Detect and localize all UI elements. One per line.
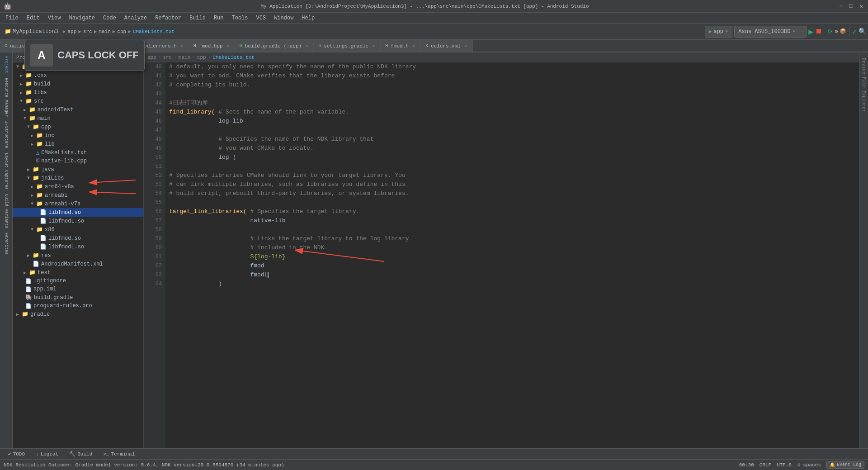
tab-build-gradle[interactable]: Gbuild.gradle (:app)✕ xyxy=(235,40,314,52)
tree-item-cpp[interactable]: ▼ 📁 cpp xyxy=(13,123,143,131)
code-token: find_library( xyxy=(169,108,215,117)
indent-settings[interactable]: 4 spaces xyxy=(797,462,821,468)
tree-item-src[interactable]: ▼ 📁 src xyxy=(13,97,143,105)
minimize-button[interactable]: ─ xyxy=(838,3,844,9)
status-message: NDK Resolution Outcome: Gradle model ver… xyxy=(4,462,284,468)
tree-item-appiml[interactable]: ▶ 📄 app.iml xyxy=(13,285,143,293)
sidebar-item-captures[interactable]: Layout Captures xyxy=(1,151,12,191)
tree-item-gradle[interactable]: ▶ 📁 gradle xyxy=(13,310,143,318)
cursor-position[interactable]: 60:30 xyxy=(739,462,754,468)
androidmanifest-label: AndroidManifest.xml xyxy=(41,261,103,267)
encoding[interactable]: UTF-8 xyxy=(777,462,792,468)
sidebar-item-resource-manager[interactable]: Resource Manager xyxy=(1,76,12,119)
tab-fmod-h[interactable]: Hfmod.h✕ xyxy=(381,40,421,52)
search-icon[interactable]: 🔍 xyxy=(859,28,866,35)
main-folder-icon: 📁 xyxy=(29,115,36,122)
tree-item-armeabi[interactable]: ▶ 📁 armeabi xyxy=(13,191,143,199)
tree-item-java[interactable]: ▶ 📁 java xyxy=(13,165,143,174)
tree-item-libfmod-so[interactable]: ▶ 📄 libfmod.so xyxy=(13,208,143,217)
menu-item-view[interactable]: View xyxy=(44,14,65,22)
menu-item-run[interactable]: Run xyxy=(210,14,227,22)
sidebar-item-structure[interactable]: Z-Structure xyxy=(1,119,12,150)
menu-item-build[interactable]: Build xyxy=(186,14,209,22)
tree-item-arm64[interactable]: ▶ 📁 arm64-v8a xyxy=(13,182,143,191)
tree-item-libs[interactable]: ▶ 📁 libs xyxy=(13,88,143,97)
code-content[interactable]: # default, you only need to specify the … xyxy=(165,62,859,448)
cpp-folder-icon: 📁 xyxy=(33,123,39,130)
tree-item-cmakelists[interactable]: ▶ △ CMakeLists.txt xyxy=(13,148,143,157)
tab-build[interactable]: 🔨 Build xyxy=(65,450,97,458)
line-number-43: 43 xyxy=(147,90,162,99)
sidebar-item-build-variants[interactable]: Build Variants xyxy=(1,192,12,230)
menu-item-code[interactable]: Code xyxy=(99,14,120,22)
gitignore-label: .gitignore xyxy=(33,278,66,284)
tree-item-inc[interactable]: ▶ 📁 inc xyxy=(13,131,143,140)
stop-button[interactable]: ⏹ xyxy=(815,27,822,36)
tree-item-androidtest[interactable]: ▶ 📁 androidTest xyxy=(13,105,143,114)
tree-item-nativelib[interactable]: ▶ © native-lib.cpp xyxy=(13,157,143,165)
device-selector[interactable]: Asus ASUS_I003DD ▾ xyxy=(734,26,807,38)
menu-item-window[interactable]: Window xyxy=(270,14,297,22)
tab-todo[interactable]: ✔ TODO xyxy=(4,450,29,458)
tab-colors-xml[interactable]: Xcolors.xml✕ xyxy=(421,40,473,52)
tree-item-lib[interactable]: ▶ 📁 lib xyxy=(13,140,143,148)
tree-item-build[interactable]: ▶ 📁 build xyxy=(13,80,143,88)
tab-close-colors-xml[interactable]: ✕ xyxy=(463,43,468,49)
menu-item-edit[interactable]: Edit xyxy=(23,14,43,22)
tree-item-cxx[interactable]: ▶ 📁 .cxx xyxy=(13,71,143,80)
terminal-icon: >_ xyxy=(103,451,109,457)
dropdown-arrow: ▾ xyxy=(725,28,728,35)
tree-item-libfmodl-so[interactable]: ▶ 📄 libfmodL.so xyxy=(13,217,143,225)
tab-close-build-gradle[interactable]: ✕ xyxy=(304,43,309,49)
code-token: ) xyxy=(169,280,222,289)
project-icon[interactable]: 📁 MyApplication3 xyxy=(2,25,61,38)
java-folder-icon: 📁 xyxy=(33,166,39,173)
tab-close-fmod-h[interactable]: ✕ xyxy=(411,43,416,49)
tree-item-res[interactable]: ▶ 📁 res xyxy=(13,251,143,260)
sidebar-item-device-explorer[interactable]: Device File Explorer xyxy=(860,54,867,116)
tab-terminal[interactable]: >_ Terminal xyxy=(99,451,139,458)
tab-settings-gradle[interactable]: Gsettings.gradle✕ xyxy=(314,40,381,52)
gitignore-icon: 📄 xyxy=(25,278,32,284)
test-label: test xyxy=(38,270,51,276)
sidebar-item-favorites[interactable]: Favorites xyxy=(1,231,12,256)
menu-item-tools[interactable]: Tools xyxy=(228,14,252,22)
libs-folder-icon: 📁 xyxy=(25,89,32,96)
menu-item-analyze[interactable]: Analyze xyxy=(121,14,151,22)
breadcrumb-part-main: main xyxy=(179,55,190,60)
maximize-button[interactable]: □ xyxy=(848,3,854,9)
tree-item-gitignore[interactable]: ▶ 📄 .gitignore xyxy=(13,277,143,285)
menu-item-vcs[interactable]: VCS xyxy=(253,14,270,22)
tab-fmod-hpp[interactable]: Hfmod.hpp✕ xyxy=(189,40,235,52)
code-editor[interactable]: 4041424344454647484950515253545556575859… xyxy=(144,62,859,448)
tree-item-main[interactable]: ▼ 📁 main xyxy=(13,114,143,123)
code-token: # Specifies the target library. xyxy=(247,207,360,216)
tree-item-buildgradle[interactable]: ▶ 🐘 build.gradle xyxy=(13,293,143,302)
menu-item-refactor[interactable]: Refactor xyxy=(151,14,185,22)
tree-item-x86-libfmod[interactable]: ▶ 📄 libfmod.so xyxy=(13,234,143,242)
tree-item-x86[interactable]: ▼ 📁 x86 xyxy=(13,225,143,234)
tab-logcat[interactable]: : Logcat xyxy=(31,451,63,458)
run-config-selector[interactable]: ▶ app ▾ xyxy=(705,26,732,38)
line-separator[interactable]: CRLF xyxy=(760,462,771,468)
tab-close-settings-gradle[interactable]: ✕ xyxy=(371,43,376,49)
close-button[interactable]: ✕ xyxy=(858,3,864,9)
code-line-55 xyxy=(169,198,855,207)
tree-item-jnilibs[interactable]: ▼ 📁 jniLibs xyxy=(13,174,143,182)
cpp-file-icon: © xyxy=(36,158,39,164)
tree-item-test[interactable]: ▶ 📁 test xyxy=(13,268,143,277)
tree-item-androidmanifest[interactable]: ▶ 📄 AndroidManifest.xml xyxy=(13,260,143,268)
menu-item-file[interactable]: File xyxy=(2,14,22,22)
cpp-label: cpp xyxy=(41,124,51,130)
tree-item-x86-libfmodl[interactable]: ▶ 📄 libfmodL.so xyxy=(13,242,143,251)
libfmodl-so-label: libfmodL.so xyxy=(48,218,84,224)
menu-item-navigate[interactable]: Navigate xyxy=(65,14,99,22)
tab-close-fmod-hpp[interactable]: ✕ xyxy=(226,43,230,49)
menu-item-help[interactable]: Help xyxy=(298,14,318,22)
event-log-button[interactable]: 🔔 Event Log xyxy=(826,461,864,469)
tab-close-fmod-errors[interactable]: ✕ xyxy=(179,43,184,49)
tree-item-armeabiv7a[interactable]: ▼ 📁 armeabi-v7a xyxy=(13,199,143,208)
tree-item-proguard[interactable]: ▶ 📄 proguard-rules.pro xyxy=(13,302,143,310)
run-button[interactable]: ▶ xyxy=(808,27,813,37)
sidebar-item-project[interactable]: Project xyxy=(1,54,12,75)
